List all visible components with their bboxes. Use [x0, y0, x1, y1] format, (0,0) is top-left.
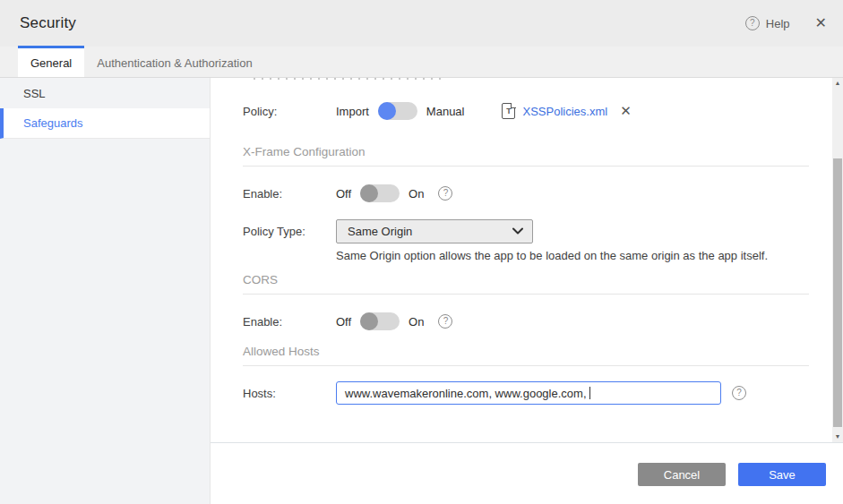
xframe-enable-help-icon[interactable]: ?	[438, 186, 452, 201]
dialog-header: Security ? Help ✕	[0, 0, 843, 47]
xml-file-icon: T	[502, 103, 515, 119]
policy-type-row: Policy Type: Same Origin	[243, 218, 843, 243]
policy-import-manual-toggle[interactable]	[378, 102, 417, 120]
policy-type-helper-text: Same Origin option allows the app to be …	[336, 249, 843, 262]
divider	[243, 294, 809, 295]
scrollbar-thumb[interactable]	[833, 158, 842, 427]
chevron-down-icon	[512, 227, 523, 235]
clipped-scrolled-text	[254, 78, 442, 82]
policy-label: Policy:	[243, 105, 336, 118]
xframe-enable-row: Enable: Off On ?	[243, 181, 843, 206]
toggle-knob	[378, 102, 396, 120]
allowed-hosts-section-title: Allowed Hosts	[243, 345, 843, 358]
scroll-up-icon[interactable]: ▲	[832, 78, 843, 89]
xss-policies-file-link[interactable]: XSSPolicies.xml	[522, 105, 607, 118]
hosts-row: Hosts: www.wavemakeronline.com, www.goog…	[243, 380, 843, 406]
tab-general[interactable]: General	[18, 46, 84, 77]
hosts-label: Hosts:	[243, 387, 336, 400]
vertical-scrollbar[interactable]: ▲ ▼	[832, 78, 843, 442]
hosts-input[interactable]: www.wavemakeronline.com, www.google.com,	[336, 381, 721, 405]
save-button[interactable]: Save	[738, 463, 826, 486]
cors-enable-toggle-group: Off On ?	[336, 312, 452, 330]
xframe-enable-toggle[interactable]	[360, 184, 400, 202]
policy-type-value: Same Origin	[348, 225, 412, 238]
policy-toggle-group: Import Manual	[336, 102, 464, 120]
toggle-knob	[360, 184, 378, 202]
dialog-footer: Cancel Save	[211, 442, 843, 504]
xframe-on-label: On	[409, 187, 424, 201]
cors-section-title: CORS	[243, 273, 843, 286]
form-scroll-area: Policy: Import Manual T XSSPolicies.xml …	[211, 78, 843, 442]
tab-authentication-authorization[interactable]: Authentication & Authorization	[84, 46, 264, 77]
scroll-down-icon[interactable]: ▼	[832, 431, 843, 442]
text-cursor	[589, 387, 590, 399]
cors-enable-label: Enable:	[243, 315, 336, 329]
xframe-enable-toggle-group: Off On ?	[336, 184, 452, 202]
cancel-button[interactable]: Cancel	[638, 463, 726, 486]
tab-bar: General Authentication & Authorization	[0, 47, 843, 78]
hosts-input-value: www.wavemakeronline.com, www.google.com,	[345, 387, 587, 400]
help-label: Help	[766, 17, 790, 30]
close-icon[interactable]: ✕	[815, 16, 827, 30]
hosts-help-icon[interactable]: ?	[732, 386, 746, 400]
content-pane: Policy: Import Manual T XSSPolicies.xml …	[211, 78, 843, 504]
cors-enable-row: Enable: Off On ?	[243, 309, 843, 334]
file-letter: T	[506, 107, 512, 115]
cors-enable-help-icon[interactable]: ?	[438, 314, 452, 329]
divider	[243, 365, 809, 366]
sidebar-item-ssl[interactable]: SSL	[0, 78, 210, 108]
cors-on-label: On	[409, 315, 424, 329]
remove-file-icon[interactable]: ✕	[620, 103, 632, 119]
xframe-off-label: Off	[336, 187, 351, 201]
policy-type-select[interactable]: Same Origin	[336, 219, 533, 243]
policy-import-label: Import	[336, 105, 369, 118]
policy-row: Policy: Import Manual T XSSPolicies.xml …	[243, 98, 843, 124]
xframe-section-title: X-Frame Configuration	[243, 145, 843, 158]
divider	[243, 166, 809, 167]
dialog-body: SSL Safeguards Policy: Import Manual T	[0, 78, 843, 504]
header-actions: ? Help ✕	[745, 16, 827, 30]
toggle-knob	[360, 312, 378, 330]
sidebar-item-safeguards[interactable]: Safeguards	[0, 108, 210, 139]
help-button[interactable]: ? Help	[745, 16, 790, 30]
policy-file-chip: T XSSPolicies.xml ✕	[502, 103, 631, 119]
xframe-enable-label: Enable:	[243, 187, 336, 201]
page-title: Security	[20, 14, 76, 32]
cors-enable-toggle[interactable]	[360, 312, 400, 330]
help-icon: ?	[745, 16, 760, 30]
cors-off-label: Off	[336, 315, 351, 329]
policy-manual-label: Manual	[426, 105, 465, 118]
sidebar: SSL Safeguards	[0, 78, 211, 504]
policy-type-label: Policy Type:	[243, 225, 336, 238]
